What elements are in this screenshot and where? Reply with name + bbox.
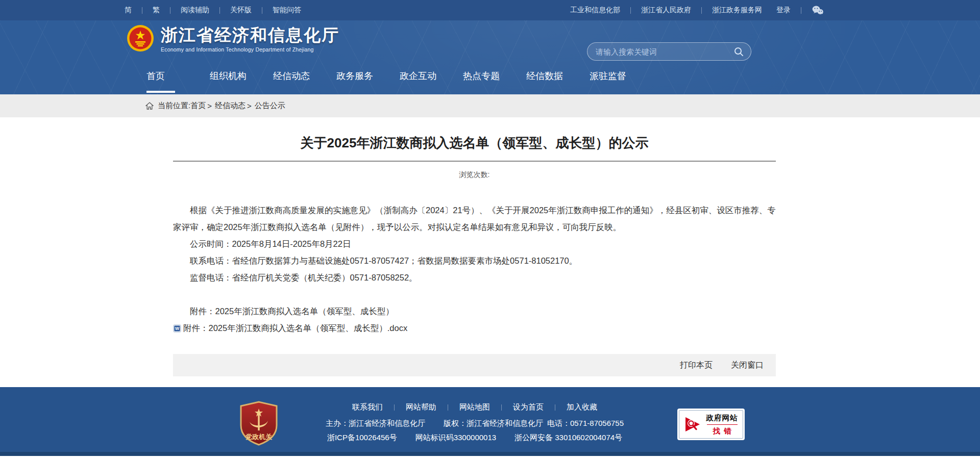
spacer xyxy=(173,286,776,303)
breadcrumb-separator: > xyxy=(247,101,252,110)
breadcrumb-news[interactable]: 经信动态 xyxy=(215,101,246,111)
page: 简 繁 阅读辅助 关怀版 智能问答 工业和信息化部 浙江省人民政府 浙江政务服务… xyxy=(0,0,980,456)
breadcrumb-separator: > xyxy=(207,101,212,110)
breadcrumb-bar: 当前位置: 首页 > 经信动态 > 公告公示 xyxy=(0,94,980,117)
search-box xyxy=(587,42,751,61)
divider xyxy=(262,7,262,14)
topbar-link-zj-gov[interactable]: 浙江省人民政府 xyxy=(641,6,691,15)
top-utility-bar-inner: 简 繁 阅读辅助 关怀版 智能问答 工业和信息化部 浙江省人民政府 浙江政务服务… xyxy=(125,0,824,20)
footer-copyright: 版权：浙江省经济和信息化厅 xyxy=(444,419,543,427)
footer-link-help[interactable]: 网站帮助 xyxy=(406,402,436,412)
attachment-download-link[interactable]: 附件：2025年浙江数商拟入选名单（领军型、成长型）.docx xyxy=(183,320,407,337)
divider xyxy=(219,7,220,14)
article-paragraph-contact-phone: 联系电话：省经信厅数据算力与基础设施处0571-87057427；省数据局数据要… xyxy=(173,252,776,269)
article-paragraph-publicity-period: 公示时间：2025年8月14日-2025年8月22日 xyxy=(173,236,776,252)
article-title: 关于2025年浙江数商拟入选名单（领军型、成长型）的公示 xyxy=(173,135,776,151)
main-nav: 首页 组织机构 经信动态 政务服务 政企互动 热点专题 经信数据 派驻监督 xyxy=(146,61,653,94)
error-report-badge-line2: 找错 xyxy=(713,426,735,436)
nav-item-data[interactable]: 经信数据 xyxy=(526,61,590,94)
nav-item-interaction[interactable]: 政企互动 xyxy=(400,61,463,94)
topbar-link-smart-qa[interactable]: 智能问答 xyxy=(273,6,301,15)
topbar-left-links: 简 繁 阅读辅助 关怀版 智能问答 xyxy=(125,6,301,15)
nav-item-gov-services[interactable]: 政务服务 xyxy=(336,61,400,94)
footer-phone: 电话：0571-87056755 xyxy=(547,419,624,427)
nav-item-supervision[interactable]: 派驻监督 xyxy=(590,61,653,94)
footer-link-contact[interactable]: 联系我们 xyxy=(352,402,383,412)
content-area: 关于2025年浙江数商拟入选名单（领军型、成长型）的公示 浏览次数: 根据《关于… xyxy=(0,117,980,376)
footer-link-set-homepage[interactable]: 设为首页 xyxy=(513,402,544,412)
topbar-link-simplified[interactable]: 简 xyxy=(125,6,132,15)
view-count-label: 浏览次数: xyxy=(173,170,776,180)
national-emblem-icon xyxy=(127,24,154,54)
article-action-bar: 打印本页 关闭窗口 xyxy=(173,354,776,376)
login-link[interactable]: 登录 xyxy=(776,6,791,15)
divider xyxy=(555,404,555,411)
footer-bottom-strip xyxy=(0,452,980,456)
article: 关于2025年浙江数商拟入选名单（领军型、成长型）的公示 浏览次数: 根据《关于… xyxy=(173,117,776,376)
footer-link-add-favorite[interactable]: 加入收藏 xyxy=(567,402,597,412)
topbar-right-links: 工业和信息化部 浙江省人民政府 浙江政务服务网 登录 xyxy=(570,5,824,15)
attachment-row: W 附件：2025年浙江数商拟入选名单（领军型、成长型）.docx xyxy=(173,320,776,337)
article-body: 根据《关于推进浙江数商高质量发展的实施意见》（浙制高办〔2024〕21号）、《关… xyxy=(173,202,776,337)
divider xyxy=(701,7,702,14)
nav-item-news[interactable]: 经信动态 xyxy=(273,61,336,94)
article-paragraph: 根据《关于推进浙江数商高质量发展的实施意见》（浙制高办〔2024〕21号）、《关… xyxy=(173,202,776,236)
nav-item-hot-topics[interactable]: 热点专题 xyxy=(463,61,526,94)
nav-item-organization[interactable]: 组织机构 xyxy=(210,61,273,94)
nav-item-home[interactable]: 首页 xyxy=(146,61,210,94)
word-doc-icon: W xyxy=(173,324,181,333)
site-header: 浙江省经济和信息化厅 Economy and Information Techn… xyxy=(0,20,980,94)
search-input[interactable] xyxy=(595,47,734,57)
error-report-badge-text: 政府网站 找错 xyxy=(706,413,738,436)
breadcrumb-announcements[interactable]: 公告公示 xyxy=(255,101,285,111)
title-divider xyxy=(173,161,776,162)
close-window-button[interactable]: 关闭窗口 xyxy=(731,360,764,371)
divider xyxy=(448,404,448,411)
site-name-english: Economy and Information Technology Depar… xyxy=(161,46,339,53)
footer-police-record[interactable]: 浙公网安备 33010602004074号 xyxy=(514,433,622,442)
divider xyxy=(630,7,631,14)
breadcrumb-home[interactable]: 首页 xyxy=(190,101,206,111)
divider xyxy=(501,404,502,411)
divider xyxy=(170,7,170,14)
site-brand[interactable]: 浙江省经济和信息化厅 Economy and Information Techn… xyxy=(127,24,339,54)
footer-sponsor: 主办：浙江省经济和信息化厅 xyxy=(326,419,425,427)
topbar-link-accessibility[interactable]: 关怀版 xyxy=(230,6,252,15)
article-paragraph-supervision-phone: 监督电话：省经信厅机关党委（机关纪委）0571-87058252。 xyxy=(173,269,776,286)
topbar-link-traditional[interactable]: 繁 xyxy=(153,6,160,15)
divider xyxy=(394,404,395,411)
home-icon xyxy=(145,102,154,110)
breadcrumb: 当前位置: 首页 > 经信动态 > 公告公示 xyxy=(145,94,980,117)
error-report-magnifier-icon xyxy=(684,415,703,434)
topbar-link-zj-service[interactable]: 浙江政务服务网 xyxy=(712,6,762,15)
search-icon[interactable] xyxy=(734,47,744,57)
breadcrumb-prefix: 当前位置: xyxy=(158,101,190,111)
topbar-link-reading-aid[interactable]: 阅读辅助 xyxy=(181,6,209,15)
divider xyxy=(801,7,801,14)
brand-text: 浙江省经济和信息化厅 Economy and Information Techn… xyxy=(161,26,339,53)
divider xyxy=(707,424,738,425)
print-page-button[interactable]: 打印本页 xyxy=(680,360,713,371)
attachment-heading: 附件：2025年浙江数商拟入选名单（领军型、成长型） xyxy=(173,303,776,320)
gov-site-error-report-badge-inner: 政府网站 找错 xyxy=(679,410,743,439)
gov-site-error-report-badge[interactable]: 政府网站 找错 xyxy=(677,409,745,440)
footer-link-sitemap[interactable]: 网站地图 xyxy=(459,402,490,412)
topbar-link-miit[interactable]: 工业和信息化部 xyxy=(570,6,620,15)
top-utility-bar: 简 繁 阅读辅助 关怀版 智能问答 工业和信息化部 浙江省人民政府 浙江政务服务… xyxy=(0,0,980,20)
svg-text:W: W xyxy=(175,326,180,331)
footer: 党政机关 联系我们 网站帮助 网站地图 设为首页 加入收藏 主办：浙江省经济和信… xyxy=(0,387,980,452)
footer-icp-number[interactable]: 浙ICP备10026456号 xyxy=(327,433,397,442)
wechat-icon[interactable] xyxy=(812,5,824,15)
footer-site-code: 网站标识码3300000013 xyxy=(415,433,496,442)
site-header-inner: 浙江省经济和信息化厅 Economy and Information Techn… xyxy=(125,20,824,61)
error-report-badge-line1: 政府网站 xyxy=(706,413,738,423)
site-name: 浙江省经济和信息化厅 xyxy=(161,26,339,44)
divider xyxy=(142,7,142,14)
